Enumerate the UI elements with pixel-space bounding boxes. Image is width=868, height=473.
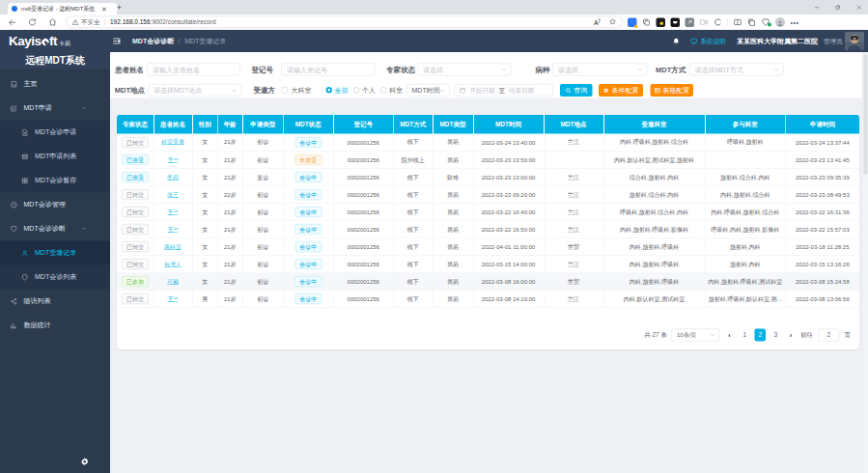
cell-patient-name[interactable]: 王** [154,204,192,221]
cell-patient-name[interactable]: 王** [154,291,192,308]
cell-patient-name[interactable]: 王** [154,152,192,169]
collections-icon[interactable] [747,18,756,27]
favorite-star-icon[interactable] [609,18,617,26]
patient-name-link[interactable]: 科室受邀 [161,139,184,146]
notification-bell-icon[interactable] [673,38,681,45]
invitee-radio-个人[interactable]: 个人 [353,84,376,97]
table-config-button[interactable]: 表格配置 [651,84,694,97]
back-icon[interactable] [8,18,17,28]
sidebar-item-MDT申请[interactable]: MDT申请 [0,97,110,121]
extension-gray-icon[interactable] [686,17,695,27]
page-size-select[interactable]: 10条/页 [672,329,720,342]
extension-camera-icon[interactable] [700,18,709,27]
window-minimize-button[interactable] [812,2,823,13]
split-screen-icon[interactable] [734,18,742,27]
sidebar-collapse-icon[interactable] [112,37,122,46]
patient-name-link[interactable]: 李四 [167,174,179,181]
extension-copy-icon[interactable] [642,18,651,27]
window-close-button[interactable] [854,2,864,13]
read-aloud-icon[interactable]: A) [594,17,601,26]
table-row[interactable]: 已转交王**男21岁初诊会诊中0002001256线下简易2022-03-08 … [117,291,859,308]
cell-patient-name[interactable]: 两科室 [154,238,192,256]
sidebar-item-主页[interactable]: 主页 [0,72,110,97]
browser-menu-icon[interactable]: ••• [791,18,799,26]
extension-dark-icon[interactable] [671,17,681,27]
cell-patient-name[interactable]: 李四 [154,169,192,186]
sidebar-item-MDT会诊管理[interactable]: MDT会诊管理 [0,193,110,217]
patient-name-link[interactable]: 王** [168,295,179,302]
register-no-input[interactable]: 请输入登记号 [282,64,376,76]
breadcrumb-parent[interactable]: MDT会诊诊断 [132,37,174,45]
system-help[interactable]: 系统说明 [690,37,726,45]
new-tab-button[interactable] [116,4,123,11]
page-number-2[interactable]: 2 [755,329,767,342]
scrollbar-thumb[interactable] [864,54,868,175]
cell-invited-depts: 内科,呼吸科,放射科,综合科 [603,134,705,152]
table-row[interactable]: 已转交王**女21岁初诊会诊中0002001256线下简易2022-03-22 … [117,221,859,238]
sidebar-item-MDT会诊暂存[interactable]: MDT会诊暂存 [0,169,110,193]
table-row[interactable]: 已转交台湾人女21岁初诊会诊中0002001256线下简易2022-03-15 … [117,256,859,273]
table-row[interactable]: 已接受王**女21岁初诊未接受0002001256院外线上简易2022-03-2… [117,152,859,169]
patient-name-link[interactable]: 台湾人 [164,261,182,267]
url-path: :9002/consultate/record [151,18,216,26]
home-icon[interactable] [48,18,57,27]
sidebar-item-MDT会诊诊断[interactable]: MDT会诊诊断 [0,217,110,241]
window-restore-button[interactable] [832,2,843,13]
prev-page-button[interactable]: ‹ [724,331,735,339]
mdt-mode-select[interactable]: 请选择MDT方式 [689,64,784,76]
page-number-3[interactable]: 3 [770,329,782,342]
copilot-icon[interactable] [714,18,722,27]
table-row[interactable]: 已转交科室受邀女21岁初诊会诊中0002001256线下简易2022-03-24… [117,134,859,152]
browser-essentials-icon[interactable] [762,18,770,27]
table-row[interactable]: 已接受李四女21岁复诊会诊中0002001256线下疑难2022-03-23 1… [117,169,859,186]
extension-blue-icon[interactable] [628,17,637,27]
mdt-place-select[interactable]: 请选择MDT地点 [149,84,242,97]
table-row[interactable]: 已转交两科室女21岁初诊会诊中0002001256线下简易2022-04-01 … [117,238,859,256]
search-button[interactable]: 查询 [560,84,593,97]
cell-patient-name[interactable]: 王** [154,221,192,238]
tab-close-icon[interactable]: ✕ [101,6,107,13]
page-number-1[interactable]: 1 [740,329,751,342]
sidebar-item-数据统计[interactable]: 数据统计 [0,314,110,338]
table-row[interactable]: 已转交张三女22岁初诊会诊中0002001256线下简易2022-03-23 0… [117,186,859,204]
cell-patient-name[interactable]: 可戴 [154,273,192,291]
patient-name-input[interactable]: 请输入患者姓名 [148,64,240,76]
major-dept-checkbox[interactable]: 大科室 [282,84,312,97]
sidebar-item-随访列表[interactable]: 随访列表 [0,290,110,314]
date-range-input[interactable]: 开始日期 至 结束日期 [455,84,553,97]
patient-name-link[interactable]: 张三 [167,191,179,198]
patient-name-link[interactable]: 可戴 [167,278,179,285]
sidebar-item-MDT会诊列表[interactable]: MDT会诊列表 [0,265,110,290]
page-scrollbar[interactable] [862,52,868,473]
app-logo[interactable]: Kayisft 卡易 [9,34,70,49]
user-avatar[interactable] [845,32,864,51]
invitee-radio-全部[interactable]: 全部 [326,84,349,97]
invitee-radio-科室[interactable]: 科室 [380,84,403,97]
browser-tab[interactable]: mdt受邀记录 - 远程MDT系统 ✕ [8,3,117,14]
mdt-time-select[interactable]: MDT时间 [406,84,450,97]
expert-status-select[interactable]: 请选择 [418,64,512,76]
settings-gear-icon[interactable] [80,458,90,467]
extension-dark-yellow-icon[interactable] [657,17,666,27]
patient-name-link[interactable]: 王** [168,209,179,215]
condition-config-button[interactable]: 条件配置 [599,84,643,97]
security-label[interactable]: 不安全 [81,17,100,26]
cell-patient-name[interactable]: 张三 [154,186,192,204]
goto-page-input[interactable]: 2 [819,329,840,342]
patient-name-link[interactable]: 两科室 [164,243,182,250]
sidebar-item-MDT受邀记录[interactable]: MDT受邀记录 [0,241,110,265]
refresh-icon[interactable] [28,18,37,27]
expert-status-badge: 已转交 [122,259,149,269]
browser-profile-avatar[interactable] [775,17,785,27]
cell-patient-name[interactable]: 台湾人 [154,256,192,273]
disease-select[interactable]: 请选择 [553,64,648,76]
table-row[interactable]: 已转交王**女21岁初诊会诊中0002001256线下简易2022-03-22 … [117,204,859,221]
next-page-button[interactable]: › [786,331,797,339]
sidebar-item-MDT会诊申请[interactable]: MDT会诊申请 [0,121,110,145]
table-row[interactable]: 已参加可戴女21岁初诊会诊中0002001256线下简易2022-03-08 1… [117,273,859,291]
sidebar-item-MDT申请列表[interactable]: MDT申请列表 [0,145,110,169]
patient-name-link[interactable]: 王** [168,226,179,233]
patient-name-link[interactable]: 王** [168,156,179,163]
cell-patient-name[interactable]: 科室受邀 [154,134,192,152]
address-bar[interactable]: 不安全 192.168.0.156 :9002/consultate/recor… [66,16,623,29]
